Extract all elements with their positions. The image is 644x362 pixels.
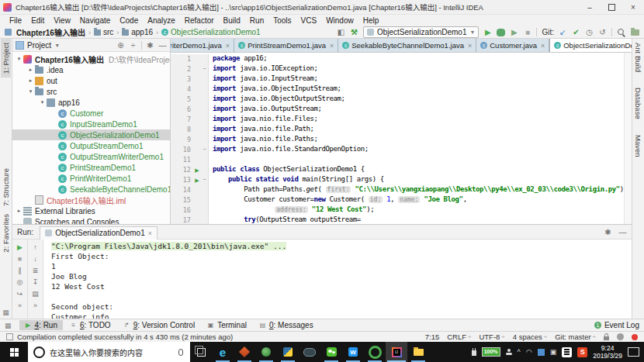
toolwindows-icon[interactable]: ◧: [337, 28, 345, 37]
tree-item-app16[interactable]: ▾app16: [12, 97, 170, 108]
rerun-icon[interactable]: ▶: [16, 242, 24, 252]
up-icon[interactable]: ↑: [31, 242, 40, 252]
messages-icon[interactable]: ▤: [259, 322, 266, 329]
toolwindow-button-terminal[interactable]: ▣Terminal: [202, 320, 252, 330]
taskbar-app-matlab[interactable]: [234, 342, 255, 362]
print-icon[interactable]: ▤: [31, 288, 40, 298]
code-editor[interactable]: ✔ 1package app16;2−import java.io.IOExce…: [171, 53, 632, 224]
minimize-button[interactable]: –: [579, 0, 601, 14]
tree-item-customer[interactable]: cCustomer: [12, 108, 170, 119]
code-line[interactable]: 16 address: "12 West Cost");: [171, 205, 632, 215]
menu-refactor[interactable]: Refactor: [180, 16, 219, 25]
taskbar-app-edge[interactable]: e: [212, 342, 234, 362]
tree-item-printstreamdemo1[interactable]: cPrintStreamDemo1: [12, 162, 170, 173]
run-icon[interactable]: ▶: [25, 322, 32, 329]
hide-icon[interactable]: —: [618, 227, 627, 236]
stripe-project-button[interactable]: 1: Project: [1, 39, 11, 78]
tree-expand-icon[interactable]: ▾: [26, 88, 35, 95]
debug-icon[interactable]: [497, 29, 505, 36]
taskbar-clock[interactable]: 9:242019/3/29: [593, 344, 622, 360]
run-configuration-selector[interactable]: ObjectSerializationDemo1▼: [363, 26, 480, 38]
close-button[interactable]: ×: [622, 0, 644, 14]
tree-item-chapter16-[interactable]: ▾Chapter16输入输出D:\软件\IdeaProjects\Chapte: [12, 53, 170, 64]
taskbar-app-task-view[interactable]: [190, 342, 212, 362]
tree-expand-icon[interactable]: ▸: [26, 78, 35, 84]
project-view-selector[interactable]: Project ▼: [16, 41, 113, 50]
menu-help[interactable]: Help: [358, 16, 384, 25]
sogou-icon[interactable]: S: [577, 347, 587, 357]
network-icon[interactable]: ◠: [526, 348, 532, 356]
taskbar-app-dark-app[interactable]: [299, 342, 320, 362]
code-line[interactable]: 17 try(OutputStream outputStream=: [171, 215, 632, 224]
close-icon[interactable]: ×: [541, 42, 545, 50]
close-icon[interactable]: ×: [148, 229, 152, 237]
code-line[interactable]: 15 Customer customer=new Customer( id: 1…: [171, 195, 632, 205]
microphone-icon[interactable]: [178, 349, 183, 356]
hidden-icons-icon[interactable]: ^: [518, 348, 521, 356]
stripe-maven-button[interactable]: Maven: [633, 131, 643, 161]
breadcrumb-item[interactable]: src: [94, 28, 113, 36]
close-icon[interactable]: ×: [468, 42, 472, 50]
status-7-15[interactable]: 7:15: [425, 333, 440, 341]
fold-icon[interactable]: −: [201, 145, 209, 155]
menu-edit[interactable]: Edit: [26, 16, 49, 25]
terminal-icon[interactable]: ▣: [207, 322, 214, 329]
editor-tab-objectserializationdemo1-java[interactable]: cObjectSerializationDemo1.java×: [549, 39, 632, 52]
search-icon[interactable]: [617, 28, 626, 37]
tree-item-out[interactable]: ▸out: [12, 75, 170, 86]
toolwindow-button-9-version-control[interactable]: ↱9: Version Control: [118, 320, 201, 330]
tree-item-external-libraries[interactable]: ▸External Libraries: [12, 205, 170, 216]
run-icon[interactable]: ▶: [483, 28, 492, 37]
toolwindow-switcher-icon[interactable]: ▦: [5, 322, 12, 329]
taskbar-app-explorer[interactable]: [407, 342, 429, 362]
taskbar-app-w-shield[interactable]: W: [342, 342, 364, 362]
menu-file[interactable]: File: [5, 16, 26, 25]
notification-center-icon[interactable]: [628, 347, 639, 357]
menu-build[interactable]: Build: [219, 16, 245, 25]
power-icon[interactable]: [472, 350, 476, 356]
code-line[interactable]: 7import java.nio.file.Files;: [171, 115, 632, 125]
breadcrumb-item[interactable]: cObjectSerializationDemo1: [161, 28, 261, 36]
locate-icon[interactable]: ⊕: [116, 40, 125, 50]
code-line[interactable]: 5import java.io.ObjectOutputStream;: [171, 95, 632, 105]
tree-item-outputstreamwriterdemo1[interactable]: cOutputStreamWriterDemo1: [12, 151, 170, 162]
softwrap-icon[interactable]: ≣: [31, 265, 40, 275]
menu-window[interactable]: Window: [321, 16, 358, 25]
find-in-files-icon[interactable]: [631, 29, 639, 36]
tree-item-inputstreamdemo1[interactable]: cInputStreamDemo1: [12, 119, 170, 129]
toolwindow-button-4-run[interactable]: ▶4: Run: [19, 320, 63, 330]
tree-item-chapter16-iml[interactable]: Chapter16输入输出.iml: [12, 195, 170, 205]
down-icon[interactable]: ↓: [31, 253, 40, 264]
code-line[interactable]: 8import java.nio.file.Path;: [171, 125, 632, 135]
taskbar-app-python-app[interactable]: [277, 342, 299, 362]
taskbar-app-green-app[interactable]: [255, 342, 277, 362]
taskbar-app-wechat[interactable]: [320, 342, 342, 362]
stripe-favorites-button[interactable]: 2: Favorites: [1, 210, 11, 257]
run-gutter-icon[interactable]: ▶: [193, 165, 201, 175]
code-line[interactable]: 13▶− public static void main(String[] ar…: [171, 175, 632, 185]
menu-view[interactable]: View: [49, 16, 75, 25]
tree-item-scratches-and-consoles[interactable]: Scratches and Consoles: [12, 216, 170, 224]
commit-icon[interactable]: ✔: [572, 28, 580, 37]
scroll-end-icon[interactable]: ↧: [31, 277, 40, 287]
breadcrumb-item[interactable]: app16: [122, 28, 153, 36]
menu-tools[interactable]: Tools: [268, 16, 296, 25]
breadcrumb-item[interactable]: Chapter16输入输出: [16, 26, 85, 38]
camera-icon[interactable]: ▣: [550, 348, 557, 356]
console-output[interactable]: "C:\Program Files\Java\jdk1.8.0_201\bin\…: [43, 240, 632, 319]
lock-icon[interactable]: [604, 336, 609, 340]
taskbar-app-green-ring[interactable]: [364, 342, 386, 362]
tree-expand-icon[interactable]: ▸: [26, 67, 35, 73]
code-line[interactable]: 3import java.io.InputStream;: [171, 74, 632, 84]
exit-icon[interactable]: ↪: [16, 288, 24, 298]
update-icon[interactable]: ↙: [559, 28, 567, 37]
code-line[interactable]: 6import java.io.OutputStream;: [171, 105, 632, 115]
code-line[interactable]: 4import java.io.ObjectInputStream;: [171, 84, 632, 95]
start-button[interactable]: [0, 342, 28, 362]
stripe-ant-build-button[interactable]: Ant Build: [633, 39, 643, 76]
code-line[interactable]: 12▶public class ObjectSerializationDemo1…: [171, 165, 632, 175]
editor-scrollbar[interactable]: [624, 53, 632, 224]
run-gutter-icon[interactable]: ▶: [193, 175, 201, 185]
stripe-structure-button[interactable]: 7: Structure: [1, 164, 11, 210]
revert-icon[interactable]: ↺: [598, 28, 607, 37]
